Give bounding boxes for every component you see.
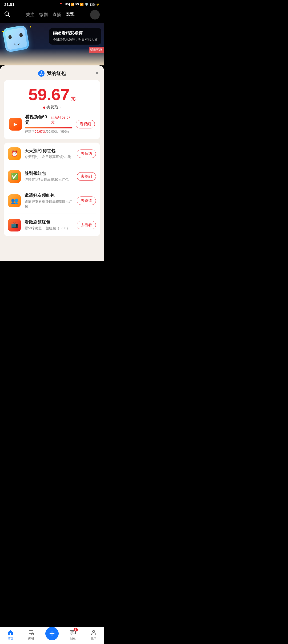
alipay-icon: 支 (38, 70, 45, 77)
micro-item: 📺 看微剧领红包 看50个微剧，领红包（0/50） 去看看 (8, 214, 96, 236)
location-icon: 📍 (59, 3, 63, 6)
video-task-icon (9, 118, 22, 131)
invite-icon: 👥 (8, 194, 21, 207)
micro-title: 看微剧领红包 (25, 219, 73, 225)
video-task-row: 看视频领60元 已获得59.67元 已获得59.67元/60.00元（99%） … (9, 114, 95, 134)
banner-bubble[interactable]: 继续看精彩视频 今日红包已领完，明日可领大额 (49, 28, 101, 45)
micro-info: 看微剧领红包 看50个微剧，领红包（0/50） (25, 219, 73, 231)
checkin-title: 签到领红包 (25, 171, 73, 176)
checkin-subtitle: 连续签到7天最高得30元红包 (25, 177, 73, 182)
micro-subtitle: 看50个微剧，领红包（0/50） (25, 226, 73, 231)
task-sub: 已获得59.67元/60.00元（99%） (25, 129, 73, 134)
task-info: 看视频领60元 已获得59.67元 已获得59.67元/60.00元（99%） (25, 114, 73, 134)
status-icons: 📍 HD 📶 5G 📶 🛡️ 33% ⚡ (59, 3, 100, 6)
battery-percent: 33% (90, 3, 95, 6)
signal-bars-icon: 📶 (80, 3, 84, 6)
modal-title-wrap: 支 我的红包 (38, 70, 66, 77)
amount-value: 59.67 (28, 86, 70, 103)
signal-5g-icon: 5G (75, 3, 79, 6)
amount-unit: 元 (70, 95, 76, 102)
progress-bar-container (25, 127, 73, 128)
sparkle-icon-2: ✦ (29, 25, 31, 28)
micro-button[interactable]: 去看看 (77, 221, 96, 229)
sparkle-icon: ✦ (1, 29, 5, 34)
nav-tabs: 关注 微剧 直播 发现 (26, 11, 74, 18)
collect-text: 去领取 (46, 105, 58, 110)
checkin-info: 签到领红包 连续签到7天最高得30元红包 (25, 171, 73, 182)
bolt-icon: ⚡ (96, 3, 100, 6)
svg-line-1 (8, 15, 10, 17)
invite-button[interactable]: 去邀请 (77, 197, 96, 205)
tab-live[interactable]: 直播 (53, 12, 61, 18)
status-time: 21:51 (4, 2, 14, 7)
reserve-button[interactable]: 去预约 (77, 150, 96, 158)
amount-display: 59.67 元 (9, 86, 95, 103)
close-button[interactable]: × (95, 70, 99, 77)
battery-icon: 33% ⚡ (90, 3, 100, 6)
invite-subtitle: 邀请好友看视频最高得588元红包 (25, 199, 73, 209)
micro-icon: 📺 (8, 219, 21, 231)
task-earned: 已获得59.67元 (51, 115, 73, 125)
reserve-title: 天天预约 得红包 (25, 148, 73, 154)
mascot-illustration (4, 27, 28, 51)
reserve-subtitle: 今天预约，次日最高可领5.8元 (25, 155, 73, 159)
invite-item: 👥 邀请好友领红包 邀请好友看视频最高得588元红包 去邀请 (8, 188, 96, 214)
banner-bubble-subtitle: 今日红包已领完，明日可领大额 (53, 37, 98, 42)
collect-link[interactable]: 去领取 › (9, 105, 95, 110)
reserve-icon: ⏰ (8, 147, 21, 160)
modal-header: 支 我的红包 × (0, 65, 104, 80)
modal-sheet: 支 我的红包 × 59.67 元 去领取 › 看视频领60元 已获得59.67元 (0, 65, 104, 261)
progress-bar-fill (25, 127, 72, 128)
amount-card: 59.67 元 去领取 › 看视频领60元 已获得59.67元 (4, 80, 100, 139)
checkin-button[interactable]: 去签到 (77, 172, 96, 181)
banner-bubble-title: 继续看精彩视频 (53, 31, 98, 36)
wifi-icon: 📶 (71, 3, 74, 6)
task-title-row: 看视频领60元 已获得59.67元 (25, 114, 73, 125)
status-bar: 21:51 📍 HD 📶 5G 📶 🛡️ 33% ⚡ (0, 0, 104, 8)
tab-microdrama[interactable]: 微剧 (39, 12, 48, 18)
banner-tag: 明日可领 (89, 47, 104, 53)
shield-icon: 🛡️ (85, 3, 89, 6)
banner-area: ✦ ✦ 继续看精彩视频 今日红包已领完，明日可领大额 明日可领 (0, 23, 104, 65)
checkin-item: ✅ 签到领红包 连续签到7天最高得30元红包 去签到 (8, 165, 96, 188)
collect-arrow-icon: › (59, 105, 61, 110)
hd-badge: HD (64, 3, 69, 6)
collect-dot (43, 107, 45, 109)
reserve-info: 天天预约 得红包 今天预约，次日最高可领5.8元 (25, 148, 73, 159)
search-button[interactable] (4, 11, 10, 18)
reserve-item: ⏰ 天天预约 得红包 今天预约，次日最高可领5.8元 去预约 (8, 143, 96, 165)
task-title: 看视频领60元 (25, 114, 50, 125)
checkin-icon: ✅ (8, 170, 21, 183)
list-card: ⏰ 天天预约 得红包 今天预约，次日最高可领5.8元 去预约 ✅ 签到领红包 连… (4, 143, 100, 236)
tab-follow[interactable]: 关注 (26, 12, 34, 18)
watch-video-button[interactable]: 看视频 (76, 120, 95, 128)
invite-info: 邀请好友领红包 邀请好友看视频最高得588元红包 (25, 193, 73, 209)
invite-title: 邀请好友领红包 (25, 193, 73, 198)
modal-title: 我的红包 (47, 70, 66, 77)
tab-discover[interactable]: 发现 (66, 11, 74, 18)
top-nav: 关注 微剧 直播 发现 (0, 8, 104, 23)
avatar[interactable] (90, 10, 100, 19)
